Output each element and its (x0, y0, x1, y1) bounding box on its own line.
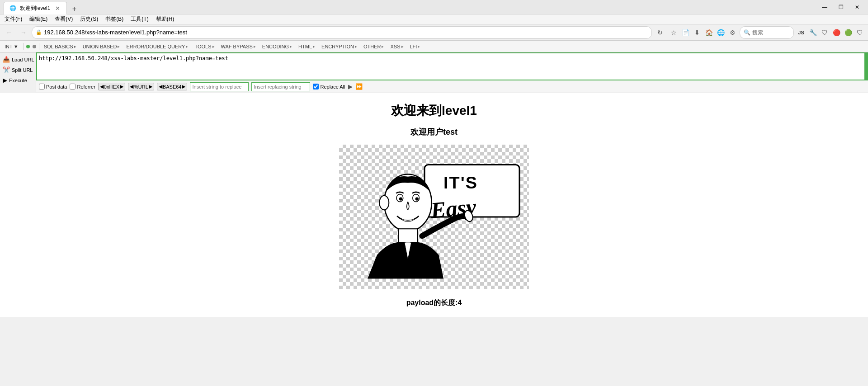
insert-string-replace-input[interactable] (190, 82, 249, 91)
union-based-arrow: ▸ (118, 44, 120, 49)
url-side-indicator (864, 53, 867, 80)
other-arrow: ▸ (382, 44, 384, 49)
svg-point-6 (399, 197, 402, 200)
tools-menu[interactable]: TOOLS ▸ (193, 43, 216, 50)
error-double-query-menu[interactable]: ERROR/DOUBLE QUERY ▸ (124, 43, 190, 50)
int-arrow: ▼ (14, 44, 19, 49)
union-based-menu[interactable]: UNION BASED ▸ (81, 43, 122, 50)
forward-button[interactable]: → (17, 26, 30, 39)
ext-icon-2[interactable]: 🛡 (819, 27, 830, 38)
minimize-button[interactable]: — (817, 0, 832, 14)
base64-encode-btn[interactable]: ◀ BASE64 ▶ (157, 83, 188, 90)
percent-label: %URL (134, 84, 148, 89)
execute-label: Execute (9, 78, 27, 83)
js-toggle[interactable]: JS (796, 27, 807, 38)
url-area: Post data Referrer ◀ 0xHEX ▶ ◀ %URL ▶ ◀ … (36, 52, 868, 93)
extension-toolbar: INT ▼ SQL BASICS ▸ UNION BASED ▸ ERROR/D… (0, 41, 868, 52)
post-data-group: Post data (39, 84, 67, 89)
replace-right-arrow[interactable]: ▶ (348, 83, 353, 90)
svg-point-7 (415, 197, 419, 200)
search-input[interactable] (752, 29, 788, 36)
referrer-checkbox[interactable] (70, 84, 75, 89)
menu-file[interactable]: 文件(F) (2, 14, 25, 24)
tab-title: 欢迎到level1 (20, 5, 50, 12)
search-bar-container: 🔍 (740, 26, 794, 39)
menu-bar: 文件(F) 编辑(E) 查看(V) 历史(S) 书签(B) 工具(T) 帮助(H… (0, 14, 868, 24)
menu-view[interactable]: 查看(V) (52, 14, 75, 24)
post-data-label: Post data (46, 84, 67, 89)
tab-area: 🌐 欢迎到level1 ✕ + (4, 0, 80, 14)
error-double-query-arrow: ▸ (186, 44, 188, 49)
menu-help[interactable]: 帮助(H) (153, 14, 177, 24)
menu-edit[interactable]: 编辑(E) (27, 14, 50, 24)
easy-svg: IT'S Easy (339, 145, 529, 289)
lfi-menu[interactable]: LFI ▸ (408, 43, 422, 50)
tab-close-button[interactable]: ✕ (54, 5, 61, 12)
base64-right-arrow: ▶ (182, 84, 185, 89)
load-url-label: Load URL (12, 57, 34, 62)
separator-2 (39, 43, 39, 50)
settings-icon[interactable]: ⚙ (727, 27, 738, 38)
other-menu[interactable]: OTHER ▸ (362, 43, 386, 50)
xss-menu[interactable]: XSS ▸ (388, 43, 405, 50)
waf-bypass-menu[interactable]: WAF BYPASS ▸ (219, 43, 258, 50)
post-data-checkbox[interactable] (39, 84, 45, 89)
ext-icon-1[interactable]: 🔧 (807, 27, 818, 38)
replace-all-label: Replace All (320, 84, 345, 89)
split-url-label: Split URL (12, 67, 33, 73)
encoding-menu[interactable]: ENCODING ▸ (260, 43, 294, 50)
bookmark-star-icon[interactable]: ☆ (668, 27, 679, 38)
nav-bar: ← → 🔒 ↻ ☆ 📄 ⬇ 🏠 🌐 ⚙ 🔍 JS 🔧 🛡 🔴 🟢 🛡 (0, 24, 868, 41)
browser-tab[interactable]: 🌐 欢迎到level1 ✕ (4, 2, 67, 14)
address-bar-input[interactable] (44, 29, 648, 36)
reader-view-icon[interactable]: 📄 (680, 27, 691, 38)
address-bar-container: 🔒 (32, 26, 652, 39)
sql-basics-menu[interactable]: SQL BASICS ▸ (42, 43, 78, 50)
page-title: 欢迎来到level1 (391, 102, 477, 119)
close-button[interactable]: ✕ (850, 0, 864, 14)
home-icon[interactable]: 🏠 (703, 27, 714, 38)
url-textarea[interactable] (37, 53, 867, 80)
load-url-button[interactable]: 📥 Load URL (0, 54, 36, 65)
svg-text:IT'S: IT'S (443, 173, 478, 192)
title-bar-left: 🌐 欢迎到level1 ✕ + (4, 0, 817, 14)
menu-tools[interactable]: 工具(T) (128, 14, 151, 24)
split-url-button[interactable]: ✂️ Split URL (0, 65, 36, 75)
refresh-button[interactable]: ↻ (654, 26, 666, 39)
percent-right-arrow: ▶ (149, 84, 152, 89)
int-dropdown[interactable]: INT ▼ (3, 43, 20, 50)
green-dot (26, 45, 30, 48)
replace-all-group: Replace All (313, 84, 345, 89)
lfi-arrow: ▸ (418, 44, 420, 49)
download-icon[interactable]: ⬇ (692, 27, 703, 38)
menu-history[interactable]: 历史(S) (77, 14, 101, 24)
nav-right-icons: ☆ 📄 ⬇ 🏠 🌐 ⚙ (668, 27, 738, 38)
page-footer: payload的长度:4 (406, 298, 462, 308)
sql-basics-arrow: ▸ (74, 44, 76, 49)
ext-icon-3[interactable]: 🔴 (831, 27, 842, 38)
tools-arrow: ▸ (212, 44, 215, 49)
sidebar: 📥 Load URL ✂️ Split URL ▶ Execute (0, 52, 36, 93)
html-arrow: ▸ (313, 44, 315, 49)
menu-bookmarks[interactable]: 书签(B) (103, 14, 126, 24)
html-menu[interactable]: HTML ▸ (297, 43, 317, 50)
ext-icon-4[interactable]: 🟢 (843, 27, 854, 38)
replace-double-right-arrow[interactable]: ⏩ (355, 83, 363, 90)
page-subtitle: 欢迎用户test (410, 127, 458, 137)
replace-all-checkbox[interactable] (313, 84, 319, 89)
back-button[interactable]: ← (3, 26, 15, 39)
globe-icon[interactable]: 🌐 (715, 27, 726, 38)
encryption-menu[interactable]: ENCRYPTION ▸ (320, 43, 359, 50)
percent-encode-btn[interactable]: ◀ %URL ▶ (128, 83, 154, 90)
new-tab-button[interactable]: + (69, 4, 80, 14)
restore-button[interactable]: ❐ (834, 0, 848, 14)
hex-encode-btn[interactable]: ◀ 0xHEX ▶ (98, 83, 125, 90)
insert-replacing-string-input[interactable] (251, 82, 310, 91)
referrer-label: Referrer (77, 84, 95, 89)
url-toolbar: Post data Referrer ◀ 0xHEX ▶ ◀ %URL ▶ ◀ … (36, 80, 868, 93)
ext-icon-5[interactable]: 🛡 (854, 27, 865, 38)
grey-dot (33, 45, 36, 48)
percent-left-arrow: ◀ (130, 84, 133, 89)
base64-label: BASE64 (163, 84, 182, 89)
execute-button[interactable]: ▶ Execute (0, 75, 36, 85)
